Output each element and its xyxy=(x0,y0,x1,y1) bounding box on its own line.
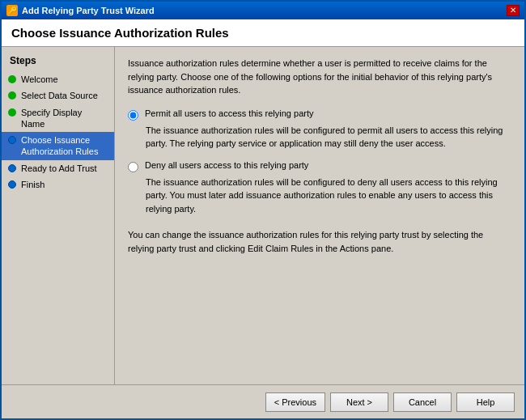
sidebar: Steps Welcome Select Data Source Specify… xyxy=(2,47,115,384)
radio-deny-desc: The issuance authorization rules will be… xyxy=(146,176,511,216)
radio-option-deny[interactable]: Deny all users access to this relying pa… xyxy=(128,160,511,172)
next-button[interactable]: Next > xyxy=(330,392,388,412)
sidebar-label-ready: Ready to Add Trust xyxy=(21,163,97,174)
sidebar-title: Steps xyxy=(2,55,114,71)
sidebar-label-select-data: Select Data Source xyxy=(21,90,98,101)
radio-permit-desc: The issuance authorization rules will be… xyxy=(146,124,511,151)
sidebar-item-finish: Finish xyxy=(2,176,114,193)
description-text: Issuance authorization rules determine w… xyxy=(128,57,511,97)
window-title: Add Relying Party Trust Wizard xyxy=(22,6,155,15)
page-title: Choose Issuance Authorization Rules xyxy=(11,26,515,40)
cancel-button[interactable]: Cancel xyxy=(393,392,452,412)
radio-permit-label[interactable]: Permit all users to access this relying … xyxy=(145,108,313,118)
footer-note: You can change the issuance authorizatio… xyxy=(128,228,511,255)
previous-button[interactable]: < Previous xyxy=(265,392,325,412)
sidebar-label-auth-rules: Choose Issuance Authorization Rules xyxy=(21,134,106,158)
dot-finish xyxy=(8,180,16,189)
dot-display-name xyxy=(8,108,16,117)
sidebar-item-auth-rules: Choose Issuance Authorization Rules xyxy=(2,132,114,160)
sidebar-item-select-data: Select Data Source xyxy=(2,87,114,104)
title-bar-left: 🔑 Add Relying Party Trust Wizard xyxy=(6,5,155,16)
radio-deny-label[interactable]: Deny all users access to this relying pa… xyxy=(145,160,308,170)
radio-option-permit[interactable]: Permit all users to access this relying … xyxy=(128,108,511,121)
radio-deny[interactable] xyxy=(128,162,138,172)
radio-permit[interactable] xyxy=(128,110,138,121)
sidebar-label-welcome: Welcome xyxy=(21,74,58,85)
radio-group-permit: Permit all users to access this relying … xyxy=(128,108,511,151)
dot-select-data xyxy=(8,91,16,100)
radio-group-deny: Deny all users access to this relying pa… xyxy=(128,160,511,216)
sidebar-item-welcome: Welcome xyxy=(2,71,114,87)
close-button[interactable]: ✕ xyxy=(507,5,520,16)
window-icon: 🔑 xyxy=(6,5,18,16)
sidebar-label-finish: Finish xyxy=(21,179,45,190)
title-bar: 🔑 Add Relying Party Trust Wizard ✕ xyxy=(2,2,524,19)
dot-welcome xyxy=(8,75,16,83)
content-area: Steps Welcome Select Data Source Specify… xyxy=(2,47,524,384)
main-content: Issuance authorization rules determine w… xyxy=(115,47,524,384)
wizard-window: 🔑 Add Relying Party Trust Wizard ✕ Choos… xyxy=(0,0,526,420)
sidebar-label-display-name: Specify Display Name xyxy=(21,107,106,130)
dot-auth-rules xyxy=(8,136,16,144)
help-button[interactable]: Help xyxy=(456,392,515,412)
page-header: Choose Issuance Authorization Rules xyxy=(2,19,524,47)
sidebar-item-display-name: Specify Display Name xyxy=(2,104,114,133)
sidebar-item-ready: Ready to Add Trust xyxy=(2,160,114,176)
bottom-bar: < Previous Next > Cancel Help xyxy=(2,384,524,418)
dot-ready xyxy=(8,164,16,172)
